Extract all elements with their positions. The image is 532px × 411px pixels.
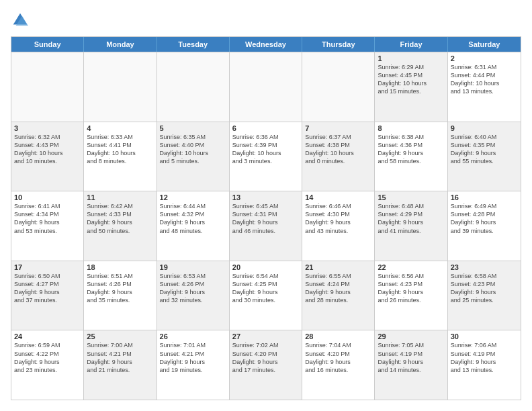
calendar: SundayMondayTuesdayWednesdayThursdayFrid… <box>11 36 521 400</box>
day-number: 30 <box>451 332 518 340</box>
calendar-cell: 15Sunrise: 6:48 AM Sunset: 4:29 PM Dayli… <box>375 191 447 261</box>
cell-info: Sunrise: 6:38 AM Sunset: 4:36 PM Dayligh… <box>378 133 444 166</box>
cell-info: Sunrise: 7:00 AM Sunset: 4:21 PM Dayligh… <box>87 341 153 374</box>
header-day: Tuesday <box>157 37 230 52</box>
calendar-cell: 22Sunrise: 6:56 AM Sunset: 4:23 PM Dayli… <box>375 261 447 330</box>
cell-info: Sunrise: 6:58 AM Sunset: 4:23 PM Dayligh… <box>451 272 518 305</box>
day-number: 20 <box>232 263 299 271</box>
cell-info: Sunrise: 6:40 AM Sunset: 4:35 PM Dayligh… <box>451 133 518 166</box>
cell-info: Sunrise: 6:50 AM Sunset: 4:27 PM Dayligh… <box>14 272 81 305</box>
calendar-row: 17Sunrise: 6:50 AM Sunset: 4:27 PM Dayli… <box>11 261 521 330</box>
day-number: 6 <box>232 124 299 132</box>
day-number: 14 <box>305 193 371 201</box>
calendar-cell: 11Sunrise: 6:42 AM Sunset: 4:33 PM Dayli… <box>84 191 157 261</box>
cell-info: Sunrise: 6:53 AM Sunset: 4:26 PM Dayligh… <box>160 272 226 305</box>
calendar-cell: 29Sunrise: 7:05 AM Sunset: 4:19 PM Dayli… <box>375 330 447 400</box>
calendar-cell: 26Sunrise: 7:01 AM Sunset: 4:21 PM Dayli… <box>157 330 230 400</box>
calendar-cell <box>230 52 302 122</box>
day-number: 10 <box>14 193 81 201</box>
cell-info: Sunrise: 7:04 AM Sunset: 4:20 PM Dayligh… <box>305 341 371 374</box>
calendar-cell: 27Sunrise: 7:02 AM Sunset: 4:20 PM Dayli… <box>230 330 302 400</box>
day-number: 22 <box>378 263 444 271</box>
day-number: 19 <box>160 263 226 271</box>
day-number: 18 <box>87 263 153 271</box>
day-number: 2 <box>451 54 518 62</box>
calendar-cell: 14Sunrise: 6:46 AM Sunset: 4:30 PM Dayli… <box>302 191 375 261</box>
calendar-cell: 30Sunrise: 7:06 AM Sunset: 4:19 PM Dayli… <box>448 330 521 400</box>
calendar-cell: 9Sunrise: 6:40 AM Sunset: 4:35 PM Daylig… <box>448 122 521 191</box>
cell-info: Sunrise: 6:41 AM Sunset: 4:34 PM Dayligh… <box>14 202 81 235</box>
day-number: 8 <box>378 124 444 132</box>
page: SundayMondayTuesdayWednesdayThursdayFrid… <box>0 0 532 411</box>
calendar-cell: 10Sunrise: 6:41 AM Sunset: 4:34 PM Dayli… <box>11 191 84 261</box>
cell-info: Sunrise: 6:32 AM Sunset: 4:43 PM Dayligh… <box>14 133 81 166</box>
cell-info: Sunrise: 6:37 AM Sunset: 4:38 PM Dayligh… <box>305 133 371 166</box>
day-number: 23 <box>451 263 518 271</box>
cell-info: Sunrise: 6:56 AM Sunset: 4:23 PM Dayligh… <box>378 272 444 305</box>
day-number: 16 <box>451 193 518 201</box>
day-number: 1 <box>378 54 444 62</box>
header-day: Wednesday <box>230 37 302 52</box>
calendar-cell: 28Sunrise: 7:04 AM Sunset: 4:20 PM Dayli… <box>302 330 375 400</box>
cell-info: Sunrise: 6:54 AM Sunset: 4:25 PM Dayligh… <box>232 272 299 305</box>
cell-info: Sunrise: 6:55 AM Sunset: 4:24 PM Dayligh… <box>305 272 371 305</box>
calendar-cell: 20Sunrise: 6:54 AM Sunset: 4:25 PM Dayli… <box>230 261 302 330</box>
calendar-cell: 4Sunrise: 6:33 AM Sunset: 4:41 PM Daylig… <box>84 122 157 191</box>
day-number: 21 <box>305 263 371 271</box>
cell-info: Sunrise: 6:36 AM Sunset: 4:39 PM Dayligh… <box>232 133 299 166</box>
calendar-cell: 6Sunrise: 6:36 AM Sunset: 4:39 PM Daylig… <box>230 122 302 191</box>
cell-info: Sunrise: 6:48 AM Sunset: 4:29 PM Dayligh… <box>378 202 444 235</box>
cell-info: Sunrise: 7:02 AM Sunset: 4:20 PM Dayligh… <box>232 341 299 374</box>
header-day: Friday <box>375 37 447 52</box>
calendar-row: 1Sunrise: 6:29 AM Sunset: 4:45 PM Daylig… <box>11 52 521 122</box>
calendar-row: 10Sunrise: 6:41 AM Sunset: 4:34 PM Dayli… <box>11 191 521 261</box>
cell-info: Sunrise: 6:45 AM Sunset: 4:31 PM Dayligh… <box>232 202 299 235</box>
calendar-cell: 7Sunrise: 6:37 AM Sunset: 4:38 PM Daylig… <box>302 122 375 191</box>
cell-info: Sunrise: 6:31 AM Sunset: 4:44 PM Dayligh… <box>451 63 518 96</box>
calendar-row: 24Sunrise: 6:59 AM Sunset: 4:22 PM Dayli… <box>11 330 521 400</box>
day-number: 3 <box>14 124 81 132</box>
calendar-cell: 5Sunrise: 6:35 AM Sunset: 4:40 PM Daylig… <box>157 122 230 191</box>
calendar-cell: 2Sunrise: 6:31 AM Sunset: 4:44 PM Daylig… <box>448 52 521 122</box>
calendar-cell: 12Sunrise: 6:44 AM Sunset: 4:32 PM Dayli… <box>157 191 230 261</box>
day-number: 4 <box>87 124 153 132</box>
cell-info: Sunrise: 6:42 AM Sunset: 4:33 PM Dayligh… <box>87 202 153 235</box>
cell-info: Sunrise: 6:49 AM Sunset: 4:28 PM Dayligh… <box>451 202 518 235</box>
calendar-cell: 17Sunrise: 6:50 AM Sunset: 4:27 PM Dayli… <box>11 261 84 330</box>
day-number: 13 <box>232 193 299 201</box>
calendar-cell: 13Sunrise: 6:45 AM Sunset: 4:31 PM Dayli… <box>230 191 302 261</box>
calendar-header: SundayMondayTuesdayWednesdayThursdayFrid… <box>11 37 521 52</box>
day-number: 12 <box>160 193 226 201</box>
calendar-cell: 21Sunrise: 6:55 AM Sunset: 4:24 PM Dayli… <box>302 261 375 330</box>
calendar-cell <box>11 52 84 122</box>
cell-info: Sunrise: 6:35 AM Sunset: 4:40 PM Dayligh… <box>160 133 226 166</box>
header-day: Sunday <box>11 37 84 52</box>
cell-info: Sunrise: 7:06 AM Sunset: 4:19 PM Dayligh… <box>451 341 518 374</box>
header <box>11 11 521 30</box>
cell-info: Sunrise: 6:29 AM Sunset: 4:45 PM Dayligh… <box>378 63 444 96</box>
calendar-cell: 18Sunrise: 6:51 AM Sunset: 4:26 PM Dayli… <box>84 261 157 330</box>
day-number: 15 <box>378 193 444 201</box>
cell-info: Sunrise: 7:01 AM Sunset: 4:21 PM Dayligh… <box>160 341 226 374</box>
cell-info: Sunrise: 6:44 AM Sunset: 4:32 PM Dayligh… <box>160 202 226 235</box>
day-number: 28 <box>305 332 371 340</box>
header-day: Thursday <box>302 37 375 52</box>
day-number: 7 <box>305 124 371 132</box>
day-number: 5 <box>160 124 226 132</box>
calendar-cell: 3Sunrise: 6:32 AM Sunset: 4:43 PM Daylig… <box>11 122 84 191</box>
logo <box>11 11 32 30</box>
calendar-cell <box>302 52 375 122</box>
day-number: 24 <box>14 332 81 340</box>
day-number: 17 <box>14 263 81 271</box>
day-number: 25 <box>87 332 153 340</box>
logo-icon <box>11 11 30 30</box>
calendar-cell <box>84 52 157 122</box>
cell-info: Sunrise: 6:59 AM Sunset: 4:22 PM Dayligh… <box>14 341 81 374</box>
cell-info: Sunrise: 6:33 AM Sunset: 4:41 PM Dayligh… <box>87 133 153 166</box>
day-number: 11 <box>87 193 153 201</box>
cell-info: Sunrise: 7:05 AM Sunset: 4:19 PM Dayligh… <box>378 341 444 374</box>
calendar-cell: 8Sunrise: 6:38 AM Sunset: 4:36 PM Daylig… <box>375 122 447 191</box>
day-number: 9 <box>451 124 518 132</box>
calendar-cell: 25Sunrise: 7:00 AM Sunset: 4:21 PM Dayli… <box>84 330 157 400</box>
calendar-cell: 23Sunrise: 6:58 AM Sunset: 4:23 PM Dayli… <box>448 261 521 330</box>
